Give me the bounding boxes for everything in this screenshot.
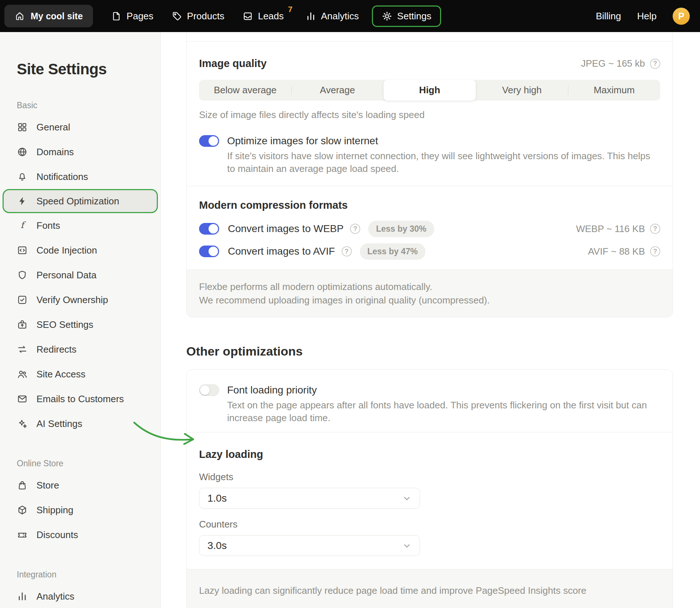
sparkles-icon xyxy=(17,418,28,429)
nav-leads[interactable]: Leads 7 xyxy=(235,5,295,27)
sidebar-item-label: Code Injection xyxy=(36,245,97,256)
nav-label: Products xyxy=(187,11,225,22)
other-optimizations-card: Font loading priority Text on the page a… xyxy=(186,369,673,608)
footer-line: We recommend uploading images in origina… xyxy=(199,294,660,307)
lazy-loading-footer-note: Lazy loading can significantly reduce pa… xyxy=(187,569,673,608)
quality-option-average[interactable]: Average xyxy=(291,80,384,101)
sidebar-item-label: General xyxy=(36,122,70,133)
webp-size-info: WEBP ~ 116 KB xyxy=(576,223,645,235)
sidebar-item-verify-ownership[interactable]: Verify Ownership xyxy=(0,287,160,312)
widgets-delay-select[interactable]: 1.0s xyxy=(199,488,420,509)
site-switcher-button[interactable]: My cool site xyxy=(4,5,93,27)
sidebar-item-redirects[interactable]: Redirects xyxy=(0,337,160,362)
ticket-icon xyxy=(17,529,28,540)
card-top-divider xyxy=(187,32,673,42)
sidebar-item-label: Verify Ownership xyxy=(36,294,108,306)
font-icon: f xyxy=(17,220,28,231)
sidebar-item-ai-settings[interactable]: AI Settings xyxy=(0,411,160,436)
sidebar-item-label: Discounts xyxy=(36,529,78,541)
nav-pages[interactable]: Pages xyxy=(104,5,161,27)
grid-icon xyxy=(17,122,28,133)
counters-delay-select[interactable]: 3.0s xyxy=(199,535,420,556)
sidebar-item-general[interactable]: General xyxy=(0,115,160,140)
font-loading-description: Text on the page appears after all fonts… xyxy=(227,399,654,424)
shopping-bag-icon xyxy=(17,480,28,491)
webp-row: Convert images to WEBP ? Less by 30% WEB… xyxy=(199,221,660,236)
globe-icon xyxy=(17,146,28,157)
webp-savings-badge: Less by 30% xyxy=(368,221,434,237)
sidebar-item-discounts[interactable]: Discounts xyxy=(0,522,160,547)
sidebar-section-basic: Basic xyxy=(0,101,160,110)
topbar: My cool site Pages Products Leads 7 xyxy=(0,0,700,32)
lightning-icon xyxy=(17,196,28,207)
chevron-down-icon xyxy=(401,493,412,504)
image-quality-segmented-control: Below average Average High Very high Max… xyxy=(199,80,660,101)
footer-line: Flexbe performs all modern optimizations… xyxy=(199,280,660,293)
widgets-field-label: Widgets xyxy=(199,471,660,483)
font-loading-label: Font loading priority xyxy=(227,384,654,396)
nav-label: Settings xyxy=(397,11,431,22)
tag-icon xyxy=(172,11,182,21)
help-circle-icon[interactable]: ? xyxy=(650,246,660,256)
sidebar-item-label: Shipping xyxy=(36,505,73,516)
nav-label: Pages xyxy=(127,11,153,22)
webp-toggle[interactable] xyxy=(199,223,219,235)
envelope-icon xyxy=(17,393,28,404)
compression-formats-section: Modern compression formats Convert image… xyxy=(187,186,673,270)
seo-icon xyxy=(17,319,28,330)
user-avatar[interactable]: P xyxy=(673,8,690,25)
sidebar-item-code-injection[interactable]: Code Injection xyxy=(0,238,160,263)
nav-analytics[interactable]: Analytics xyxy=(298,5,366,27)
sidebar-item-label: Analytics xyxy=(36,591,74,602)
sidebar-item-store[interactable]: Store xyxy=(0,473,160,498)
package-icon xyxy=(17,505,28,515)
help-link[interactable]: Help xyxy=(637,11,657,22)
jpeg-size-info: JPEG ~ 165 kb xyxy=(581,58,645,69)
help-circle-icon[interactable]: ? xyxy=(650,224,660,234)
quality-option-below-average[interactable]: Below average xyxy=(199,80,291,101)
quality-option-very-high[interactable]: Very high xyxy=(476,80,568,101)
sidebar-item-speed-optimization[interactable]: Speed Optimization xyxy=(3,189,158,213)
sidebar-item-label: Site Access xyxy=(36,369,85,380)
avif-size-info: AVIF ~ 88 KB xyxy=(588,246,645,257)
sidebar-item-analytics[interactable]: Analytics xyxy=(0,584,160,608)
sidebar-title: Site Settings xyxy=(0,60,160,78)
footer-line: Lazy loading can significantly reduce pa… xyxy=(199,584,660,597)
lazy-loading-title: Lazy loading xyxy=(199,448,660,460)
redirect-arrows-icon xyxy=(17,344,28,355)
image-settings-card: Image quality JPEG ~ 165 kb ? Below aver… xyxy=(186,32,673,317)
avif-toggle[interactable] xyxy=(199,246,219,257)
compression-footer-note: Flexbe performs all modern optimizations… xyxy=(187,270,673,317)
code-icon xyxy=(17,245,28,256)
settings-main: Image quality JPEG ~ 165 kb ? Below aver… xyxy=(161,32,700,608)
webp-label: Convert images to WEBP xyxy=(228,223,343,235)
sidebar-item-label: AI Settings xyxy=(36,418,82,429)
sidebar-item-personal-data[interactable]: Personal Data xyxy=(0,263,160,287)
nav-products[interactable]: Products xyxy=(164,5,232,27)
users-icon xyxy=(17,369,28,380)
help-circle-icon[interactable]: ? xyxy=(342,246,352,256)
font-loading-toggle[interactable] xyxy=(199,384,219,396)
sidebar-item-shipping[interactable]: Shipping xyxy=(0,498,160,522)
sidebar-item-site-access[interactable]: Site Access xyxy=(0,362,160,387)
help-circle-icon[interactable]: ? xyxy=(650,59,660,69)
help-circle-icon[interactable]: ? xyxy=(350,224,360,234)
sidebar-item-fonts[interactable]: f Fonts xyxy=(0,213,160,238)
sidebar-item-label: Fonts xyxy=(36,220,60,231)
sidebar-item-notifications[interactable]: Notifications xyxy=(0,164,160,189)
quality-option-maximum[interactable]: Maximum xyxy=(568,80,660,101)
other-optimizations-title: Other optimizations xyxy=(186,344,673,358)
sidebar-item-emails-to-customers[interactable]: Emails to Customers xyxy=(0,387,160,411)
sidebar-item-label: Store xyxy=(36,480,59,491)
sidebar-item-label: Personal Data xyxy=(36,270,97,281)
sidebar-section-online-store: Online Store xyxy=(0,459,160,468)
billing-link[interactable]: Billing xyxy=(596,11,621,22)
sidebar-item-seo-settings[interactable]: SEO Settings xyxy=(0,312,160,337)
chevron-down-icon xyxy=(401,540,412,551)
sidebar-item-domains[interactable]: Domains xyxy=(0,140,160,164)
optimize-images-toggle[interactable] xyxy=(199,135,219,147)
quality-option-high[interactable]: High xyxy=(384,80,476,101)
nav-settings[interactable]: Settings xyxy=(372,5,441,27)
sidebar-item-label: Notifications xyxy=(36,171,88,183)
sidebar-section-integration: Integration xyxy=(0,570,160,580)
